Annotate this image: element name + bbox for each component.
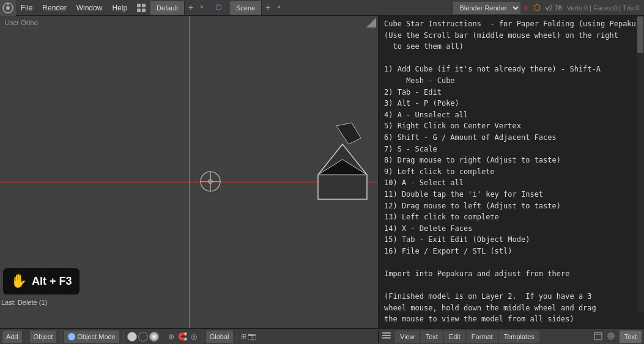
menu-file[interactable]: File [16,0,37,16]
last-op-text: Last: Delete [1,299,37,306]
viewport[interactable]: User Ortho ✋ Alt + F3 Last: Delete (1) [0,16,379,328]
te-mode-btn[interactable]: Text [620,331,642,343]
layout-icon [135,1,148,15]
divider-4 [163,331,163,342]
text-editor: Cube Star Instructions - for Paper Foldi… [379,16,644,328]
mode-icon [68,333,75,340]
scene-add-btn[interactable]: + [262,2,274,14]
menu-window[interactable]: Window [72,0,108,16]
viewport-label: User Ortho [5,19,38,26]
blender-logo-icon: ⬡ [531,2,543,13]
top-bar-right: Blender Render Cycles Render ✕ ⬡ v2.78 V… [453,2,644,14]
top-bar: File Render Window Help Default + × ⬡ Sc… [0,0,644,16]
main-area: User Ortho ✋ Alt + F3 Last: Delete (1) C… [0,16,644,328]
text-editor-content[interactable]: Cube Star Instructions - for Paper Foldi… [379,16,644,328]
svg-rect-5 [137,9,141,12]
proportional-icon[interactable]: ◎ [190,332,198,341]
blender-icon [0,0,16,16]
te-edit-btn[interactable]: Edit [444,331,465,343]
te-templates-btn[interactable]: Templates [499,331,539,343]
svg-point-1 [6,6,10,10]
viewport-extra-icons: ⊕ 🧲 ◎ [167,332,198,341]
bottom-bar: Add Object Object Mode ⊕ 🧲 ◎ Global ⊞ [0,328,644,344]
svg-rect-4 [142,4,146,7]
te-view-btn[interactable]: View [395,331,420,343]
extra-controls: ⊞ 📷 [241,332,256,340]
transform-btn[interactable]: Global [206,331,233,343]
mode-selector[interactable]: Object Mode [64,331,119,343]
te-format-btn[interactable]: Format [467,331,498,343]
divider-5 [202,331,202,342]
crosshair [201,172,220,191]
hand-icon: ✋ [10,273,27,290]
renderer-selector[interactable]: Blender Render Cycles Render [453,2,520,14]
blender-version: v2.78 [546,4,562,12]
scene-tab[interactable]: Scene [230,1,262,15]
shading-controls [127,332,159,342]
scene-tabs: Scene + × [230,1,284,15]
render-icon[interactable]: 📷 [248,332,256,340]
te-icon2 [604,332,618,342]
layers-icon[interactable]: ⊞ [241,332,246,340]
add-btn[interactable]: Add [2,331,22,343]
menu-help[interactable]: Help [107,0,132,16]
last-operation: Last: Delete (1) [1,299,47,306]
snap-icon[interactable]: 🧲 [177,332,188,341]
divider-2 [60,331,61,342]
last-op-count: (1) [39,299,47,306]
workspace-close-btn[interactable]: × [197,3,207,13]
mode-label: Object Mode [77,333,115,340]
rendered-btn[interactable] [149,332,159,342]
shortcut-text: Alt + F3 [32,275,72,288]
workspace-tabs: Default + × [150,1,207,15]
svg-rect-74 [382,332,391,334]
text-editor-bottom-bar: View Text Edit Format Templates Text [379,331,644,343]
svg-rect-6 [142,9,146,12]
shortcut-overlay: ✋ Alt + F3 [3,268,80,295]
pivot-icon[interactable]: ⊕ [167,332,176,341]
svg-rect-75 [382,335,391,336]
scene-icon: ⬡ [212,1,225,15]
viewport-bottom-bar: Add Object Object Mode ⊕ 🧲 ◎ Global ⊞ [0,331,379,343]
stats-display: Verts:0 | Faces:0 | Tris:0 [564,4,642,12]
wireframe-btn[interactable] [138,332,148,342]
object-btn[interactable]: Object [30,331,57,343]
te-panel-icon [382,331,391,342]
svg-rect-77 [594,332,602,340]
menu-render[interactable]: Render [37,0,71,16]
viewport-corner-btn[interactable] [366,18,376,31]
renderer-close-btn[interactable]: ✕ [523,2,528,13]
workspace-tab-default[interactable]: Default [150,1,185,15]
divider-3 [123,331,124,342]
text-body: Cube Star Instructions - for Paper Foldi… [384,18,639,328]
svg-rect-76 [382,337,391,339]
divider-1 [26,331,26,342]
te-extra-icon [594,332,602,342]
svg-rect-3 [137,4,141,7]
scrollbar[interactable] [637,16,644,312]
scrollbar-thumb[interactable] [637,16,643,53]
solid-shading-btn[interactable] [127,332,137,342]
svg-marker-73 [366,18,376,27]
workspace-add-btn[interactable]: + [185,2,197,14]
scene-close-btn[interactable]: × [274,3,284,13]
te-text-btn[interactable]: Text [421,331,443,343]
divider-6 [237,331,237,342]
te-bottom-right: Text [594,331,642,343]
